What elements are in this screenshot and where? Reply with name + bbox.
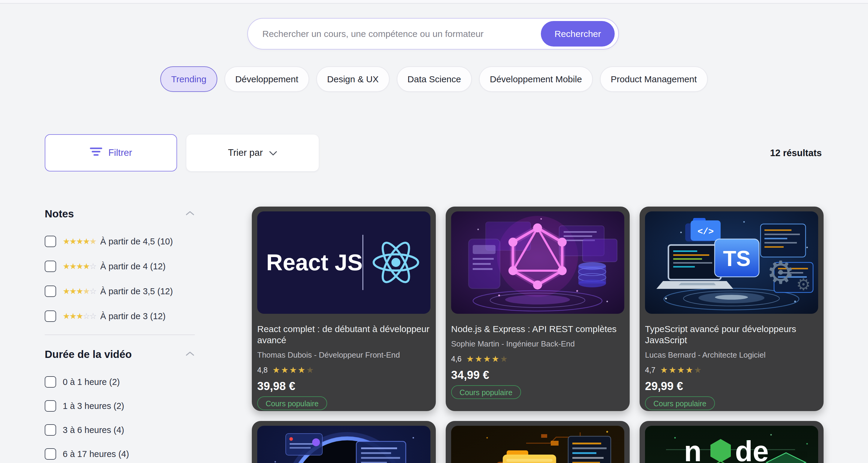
rating-filter-row: ★★★★☆ À partir de 3,5 (12): [45, 285, 195, 298]
course-rating: 4,8 ★★★★★: [257, 365, 430, 375]
course-thumbnail-react: React JS: [257, 211, 430, 314]
node-wordmark-start: n: [684, 435, 702, 463]
top-navbar: [0, 0, 868, 4]
course-card-partial[interactable]: n de JS: [640, 421, 824, 463]
code-brackets-icon: </>: [698, 227, 714, 237]
course-card-typescript[interactable]: </> TS ⚙ ⚙: [640, 207, 824, 411]
tab-product-management[interactable]: Product Management: [600, 66, 708, 92]
star-rating-icons: ★★★★★: [273, 365, 315, 375]
star-rating-icons: ★★★★☆: [63, 261, 96, 271]
rating-value: 4,6: [451, 354, 462, 363]
gear-icon: ⚙: [796, 275, 811, 294]
tab-trending[interactable]: Trending: [160, 66, 217, 92]
sort-button-label: Trier par: [228, 148, 263, 158]
popular-course-badge: Cours populaire: [645, 396, 715, 410]
rating-value: 4,8: [257, 366, 268, 374]
course-card-nodejs-express[interactable]: Node.js & Express : API REST complètes S…: [446, 207, 630, 411]
star-rating-icons: ★★★★★: [466, 354, 509, 364]
course-search-page: Rechercher Trending Développement Design…: [0, 0, 868, 463]
popular-course-badge: Cours populaire: [451, 385, 521, 399]
duration-filter-row: 0 à 1 heure (2): [45, 375, 195, 389]
course-price: 29,99 €: [645, 380, 818, 393]
filter-button[interactable]: Filtrer: [45, 134, 177, 172]
chevron-down-icon: [269, 148, 277, 158]
popular-course-badge: Cours populaire: [257, 396, 327, 410]
database-icon: [578, 262, 606, 287]
course-card-partial[interactable]: [252, 421, 436, 463]
tab-data-science[interactable]: Data Science: [397, 66, 472, 92]
course-thumbnail-typescript: </> TS ⚙ ⚙: [645, 211, 818, 314]
rating-filter-label: À partir de 3,5 (12): [100, 286, 173, 296]
rating-filter-label: À partir de 3 (12): [100, 311, 166, 321]
react-js-wordmark: React JS: [266, 249, 363, 275]
notes-filter-list: ★★★★★ À partir de 4,5 (10) ★★★★☆ À parti…: [45, 235, 195, 323]
duration-filter-label: 1 à 3 heures (2): [63, 401, 124, 411]
rating-filter-label: À partir de 4 (12): [100, 261, 166, 272]
star-rating-icons: ★★★★☆: [63, 286, 96, 296]
filter-button-label: Filtrer: [108, 148, 132, 158]
sidebar-divider: [45, 335, 195, 335]
chevron-up-icon[interactable]: [185, 210, 195, 217]
duration-section-title: Durée de la vidéo: [45, 348, 132, 360]
course-card-react[interactable]: React JS React complet : de débutant à d…: [252, 207, 436, 411]
rating-filter-row: ★★★★☆ À partir de 4 (12): [45, 260, 195, 273]
results-count: 12 résultats: [770, 148, 822, 158]
tab-developpement-mobile[interactable]: Développement Mobile: [479, 66, 593, 92]
course-price: 34,99 €: [451, 369, 624, 382]
course-thumbnail-javascript: ⚙: [451, 426, 624, 463]
tab-design-ux[interactable]: Design & UX: [316, 66, 390, 92]
course-grid: React JS React complet : de débutant à d…: [252, 207, 824, 463]
duration-filter-label: 3 à 6 heures (4): [63, 425, 124, 435]
star-rating-icons: ★★★★★: [63, 237, 96, 246]
rating-value: 4,7: [645, 366, 655, 374]
rating-3-checkbox[interactable]: [45, 310, 56, 322]
node-wordmark-end: de: [735, 435, 769, 463]
rating-4-5-checkbox[interactable]: [45, 236, 56, 247]
duration-filter-row: 3 à 6 heures (4): [45, 423, 195, 437]
rating-filter-row: ★★★★★ À partir de 4,5 (10): [45, 235, 195, 248]
course-author: Thomas Dubois - Développeur Front-End: [257, 350, 430, 360]
star-rating-icons: ★★★☆☆: [63, 311, 96, 321]
course-title: TypeScript avancé pour développeurs Java…: [645, 323, 818, 346]
chevron-up-icon[interactable]: [185, 351, 195, 358]
category-tabs: Trending Développement Design & UX Data …: [0, 66, 868, 92]
duration-3-6-checkbox[interactable]: [45, 424, 56, 436]
gear-icon: ⚙: [767, 254, 795, 291]
filter-lines-icon: [90, 147, 102, 159]
search-input[interactable]: [262, 29, 541, 39]
course-price: 39,98 €: [257, 380, 430, 393]
notes-section-title: Notes: [45, 208, 74, 220]
duration-0-1-checkbox[interactable]: [45, 376, 56, 388]
rating-4-checkbox[interactable]: [45, 260, 56, 272]
duration-filter-list: 0 à 1 heure (2) 1 à 3 heures (2) 3 à 6 h…: [45, 375, 195, 461]
duration-filter-row: 1 à 3 heures (2): [45, 399, 195, 412]
search-bar: Rechercher: [247, 18, 619, 50]
search-button[interactable]: Rechercher: [541, 21, 615, 47]
course-thumbnail-web-ui: [257, 426, 430, 463]
star-rating-icons: ★★★★★: [660, 365, 703, 375]
duration-filter-label: 6 à 17 heures (4): [63, 449, 129, 459]
course-title: Node.js & Express : API REST complètes: [451, 323, 624, 335]
notes-section-header: Notes: [45, 207, 195, 220]
duration-6-17-checkbox[interactable]: [45, 448, 56, 460]
typescript-logo: TS: [723, 247, 751, 271]
course-rating: 4,6 ★★★★★: [451, 354, 624, 364]
tab-developpement[interactable]: Développement: [224, 66, 309, 92]
duration-1-3-checkbox[interactable]: [45, 400, 56, 412]
sort-button[interactable]: Trier par: [186, 134, 319, 172]
rating-3-5-checkbox[interactable]: [45, 285, 56, 297]
rating-filter-row: ★★★☆☆ À partir de 3 (12): [45, 310, 195, 323]
duration-filter-row: 6 à 17 heures (4): [45, 447, 195, 461]
filters-sidebar: Notes ★★★★★ À partir de 4,5 (10) ★★★★☆ À…: [45, 207, 195, 463]
course-author: Sophie Martin - Ingénieur Back-End: [451, 339, 624, 349]
course-card-partial[interactable]: ⚙: [446, 421, 630, 463]
duration-section-header: Durée de la vidéo: [45, 348, 195, 361]
course-author: Lucas Bernard - Architecte Logiciel: [645, 350, 818, 360]
course-title: React complet : de débutant à développeu…: [257, 323, 430, 346]
rating-filter-label: À partir de 4,5 (10): [100, 237, 173, 247]
course-rating: 4,7 ★★★★★: [645, 365, 818, 375]
course-thumbnail-api: [451, 211, 624, 314]
course-thumbnail-node: n de JS: [645, 426, 818, 463]
duration-filter-label: 0 à 1 heure (2): [63, 377, 120, 387]
